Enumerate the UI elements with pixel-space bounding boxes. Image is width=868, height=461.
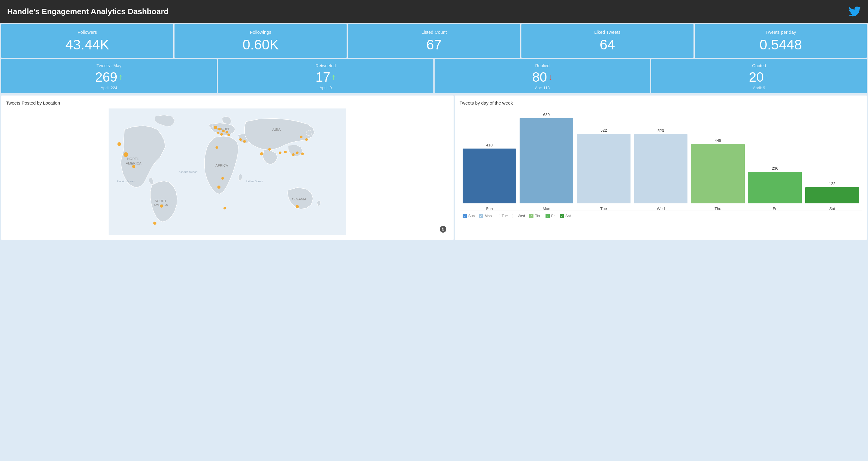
bar-rect <box>691 144 745 204</box>
bar-rect <box>463 149 516 204</box>
stat-prev: April: 224 <box>6 86 212 90</box>
stat-prev: Apr: 113 <box>439 86 645 90</box>
bar-fri: 236 Fri <box>748 166 802 211</box>
chart-panel: Tweets by day of the week 410 Sun 639 Mo… <box>455 95 867 240</box>
map-info-button[interactable]: ℹ <box>440 226 446 233</box>
stat-label: Quoted <box>656 63 862 68</box>
stat-value: 67 <box>352 37 515 53</box>
svg-point-30 <box>260 152 264 155</box>
svg-text:ASIA: ASIA <box>272 127 281 132</box>
bar-rect <box>805 187 859 204</box>
svg-point-22 <box>220 133 223 135</box>
chart-panel-title: Tweets by day of the week <box>460 100 862 105</box>
legend-item-fri[interactable]: ✓ Fri <box>546 214 555 218</box>
svg-text:AMERICA: AMERICA <box>126 161 142 165</box>
stats-row-1: Followers 43.44K Followings 0.60K Listed… <box>0 23 868 59</box>
legend-label: Sat <box>565 214 571 218</box>
svg-point-31 <box>268 148 271 151</box>
bar-label: Thu <box>715 206 721 211</box>
stat-card-tweets-per-day: Tweets per day 0.5448 <box>695 24 867 58</box>
svg-point-38 <box>305 138 308 141</box>
bar-mon: 639 Mon <box>520 113 573 211</box>
svg-point-37 <box>300 135 303 138</box>
bar-wed: 520 Wed <box>634 128 688 211</box>
stat-label: Followings <box>179 30 342 35</box>
svg-point-20 <box>225 131 228 133</box>
stat-value-row: 17 ↑ <box>223 70 429 84</box>
stat-card-listed-count: Listed Count 67 <box>348 24 520 58</box>
chart-legend: ✓ Sun ✓ Mon Tue Wed ✓ Thu ✓ Fri ✓ Sat <box>460 211 862 218</box>
stat-value-row: 80 ↓ <box>439 70 645 84</box>
arrow-up-icon: ↑ <box>119 73 123 81</box>
svg-point-15 <box>160 204 163 208</box>
bar-value: 410 <box>486 143 493 147</box>
bar-rect <box>577 134 630 204</box>
stat-value: 269 <box>95 70 117 84</box>
legend-checkbox[interactable]: ✓ <box>479 214 483 218</box>
legend-checkbox[interactable]: ✓ <box>529 214 533 218</box>
svg-point-14 <box>118 142 121 146</box>
stat-value: 17 <box>315 70 330 84</box>
bar-value: 520 <box>658 128 664 133</box>
svg-point-24 <box>239 138 242 141</box>
legend-item-sun[interactable]: ✓ Sun <box>463 214 475 218</box>
svg-point-26 <box>216 146 218 149</box>
stat-label: Replied <box>439 63 645 68</box>
stat-card-followings: Followings 0.60K <box>175 24 347 58</box>
arrow-down-icon: ↓ <box>548 73 553 81</box>
svg-point-36 <box>301 152 304 155</box>
svg-point-32 <box>279 152 281 154</box>
stat-value-row: 269 ↑ <box>6 70 212 84</box>
stat-value: 80 <box>532 70 547 84</box>
legend-checkbox[interactable]: ✓ <box>546 214 550 218</box>
stat-value-row: 20 ↑ <box>656 70 862 84</box>
legend-item-mon[interactable]: ✓ Mon <box>479 214 492 218</box>
legend-item-tue[interactable]: Tue <box>496 214 507 218</box>
legend-item-thu[interactable]: ✓ Thu <box>529 214 541 218</box>
svg-text:AFRICA: AFRICA <box>216 163 228 167</box>
stat-card2-quoted: Quoted 20 ↑ April: 9 <box>651 59 867 93</box>
stat-card-followers: Followers 43.44K <box>1 24 173 58</box>
stat-card2-retweeted: Retweeted 17 ↑ April: 9 <box>218 59 433 93</box>
bottom-section: Tweets Posted by Location <box>0 94 868 241</box>
map-panel-title: Tweets Posted by Location <box>6 100 449 105</box>
legend-label: Tue <box>501 214 507 218</box>
bar-sun: 410 Sun <box>463 143 516 211</box>
svg-text:Pacific Ocean: Pacific Ocean <box>117 180 134 183</box>
legend-item-sat[interactable]: ✓ Sat <box>560 214 571 218</box>
legend-label: Fri <box>551 214 555 218</box>
stat-card2-tweets-may: Tweets : May 269 ↑ April: 224 <box>1 59 217 93</box>
bar-value: 522 <box>600 128 607 132</box>
svg-point-34 <box>292 153 295 156</box>
arrow-up-icon: ↑ <box>765 73 769 81</box>
bar-value: 236 <box>772 166 778 171</box>
legend-label: Wed <box>518 214 525 218</box>
stat-label: Listed Count <box>352 30 515 35</box>
legend-label: Mon <box>485 214 492 218</box>
bar-label: Wed <box>657 206 665 211</box>
legend-checkbox[interactable] <box>512 214 516 218</box>
legend-checkbox[interactable] <box>496 214 500 218</box>
bar-label: Sat <box>829 206 835 211</box>
svg-point-12 <box>124 152 128 157</box>
stat-prev: April: 9 <box>656 86 862 90</box>
stat-value: 0.5448 <box>700 37 862 53</box>
bar-value: 639 <box>543 113 550 117</box>
bar-label: Sun <box>486 206 493 211</box>
svg-point-23 <box>217 132 219 134</box>
legend-label: Sun <box>468 214 475 218</box>
svg-point-27 <box>221 177 224 180</box>
axis-line <box>460 211 862 211</box>
svg-point-39 <box>296 205 299 208</box>
legend-item-wed[interactable]: Wed <box>512 214 525 218</box>
bar-value: 122 <box>829 181 835 186</box>
bar-label: Mon <box>543 206 550 211</box>
stat-value: 20 <box>749 70 764 84</box>
stat-label: Tweets per day <box>700 30 862 35</box>
svg-text:Indian Ocean: Indian Ocean <box>246 180 263 183</box>
legend-checkbox[interactable]: ✓ <box>463 214 467 218</box>
svg-point-13 <box>132 165 135 168</box>
map-panel: Tweets Posted by Location <box>1 95 454 240</box>
legend-checkbox[interactable]: ✓ <box>560 214 564 218</box>
svg-text:Atlantic Ocean: Atlantic Ocean <box>179 170 198 174</box>
